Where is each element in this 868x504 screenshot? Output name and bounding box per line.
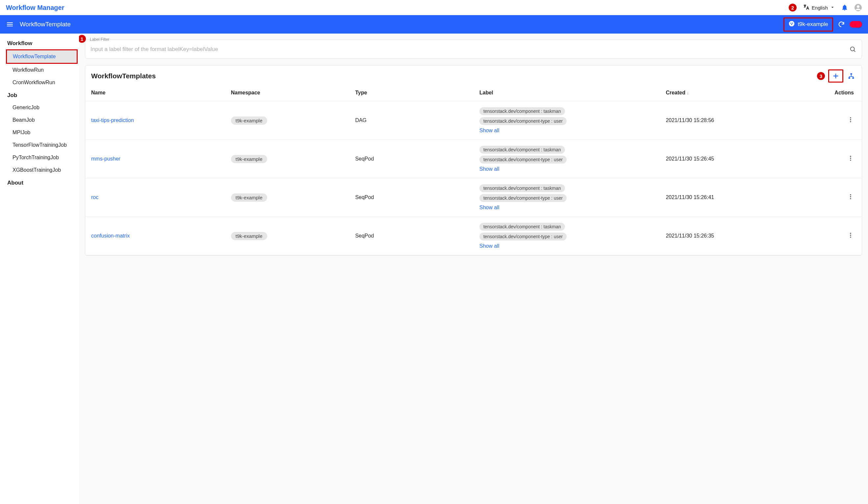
svg-point-11 <box>850 119 851 120</box>
table-title: WorkflowTemplates <box>91 72 156 80</box>
svg-point-5 <box>791 24 792 25</box>
show-all-link[interactable]: Show all <box>479 166 654 172</box>
table-row: confusion-matrixt9k-exampleSeqPodtensors… <box>85 217 862 255</box>
chevron-down-icon <box>830 4 835 11</box>
app-title[interactable]: Workflow Manager <box>6 4 64 11</box>
svg-point-18 <box>850 198 851 199</box>
table-header: WorkflowTemplates 3 <box>85 65 862 84</box>
more-icon[interactable] <box>847 195 854 201</box>
sidebar-item-beamjob[interactable]: BeamJob <box>0 114 79 126</box>
label-filter-input[interactable] <box>91 46 849 53</box>
sidebar-item-pytorchtrainingjob[interactable]: PyTorchTrainingJob <box>0 151 79 164</box>
col-actions: Actions <box>799 84 862 101</box>
svg-rect-8 <box>849 77 850 79</box>
type-cell: DAG <box>349 101 474 140</box>
sidebar-section-title: Job <box>0 89 79 101</box>
sidebar-item-workflowrun[interactable]: WorkflowRun <box>0 64 79 76</box>
svg-point-1 <box>857 5 859 8</box>
language-label: English <box>812 5 828 11</box>
sidebar-item-tensorflowtrainingjob[interactable]: TensorFlowTrainingJob <box>0 139 79 151</box>
svg-point-14 <box>850 157 851 158</box>
tree-view-button[interactable] <box>847 71 856 81</box>
template-name-link[interactable]: confusion-matrix <box>91 233 130 238</box>
svg-point-17 <box>850 196 851 197</box>
svg-rect-9 <box>852 77 854 79</box>
col-type[interactable]: Type <box>349 84 474 101</box>
table-row: taxi-tips-predictiont9k-exampleDAGtensor… <box>85 101 862 140</box>
workflow-templates-table: Name Namespace Type Label Created↓ Actio… <box>85 84 862 255</box>
label-chip: tensorstack.dev/component-type : user <box>479 194 567 202</box>
show-all-link[interactable]: Show all <box>479 243 654 249</box>
svg-point-6 <box>850 47 855 51</box>
table-card: WorkflowTemplates 3 Name Namespace <box>85 65 862 256</box>
template-name-link[interactable]: taxi-tips-prediction <box>91 117 134 123</box>
theme-toggle[interactable] <box>850 21 862 28</box>
namespace-chip: t9k-example <box>231 194 267 202</box>
more-icon[interactable] <box>847 157 854 163</box>
table-header-row: Name Namespace Type Label Created↓ Actio… <box>85 84 862 101</box>
svg-point-15 <box>850 160 851 161</box>
label-chip: tensorstack.dev/component-type : user <box>479 117 567 125</box>
svg-point-4 <box>792 22 793 23</box>
created-cell: 2021/11/30 15:26:41 <box>660 178 799 217</box>
add-button[interactable] <box>828 69 843 83</box>
col-created[interactable]: Created↓ <box>660 84 799 101</box>
created-cell: 2021/11/30 15:26:45 <box>660 140 799 178</box>
topbar-right: 2 English <box>789 4 862 12</box>
type-cell: SeqPod <box>349 140 474 178</box>
menu-icon[interactable] <box>6 20 14 28</box>
svg-point-20 <box>850 235 851 236</box>
project-selector[interactable]: t9k-example <box>783 18 833 32</box>
col-label[interactable]: Label <box>474 84 660 101</box>
sidebar-section-title[interactable]: About <box>0 176 79 189</box>
namespace-chip: t9k-example <box>231 155 267 163</box>
svg-point-10 <box>850 117 851 119</box>
svg-point-3 <box>790 22 791 23</box>
template-name-link[interactable]: roc <box>91 194 99 200</box>
col-name[interactable]: Name <box>85 84 225 101</box>
col-namespace[interactable]: Namespace <box>225 84 349 101</box>
label-cell: tensorstack.dev/component : taskmantenso… <box>474 140 660 178</box>
sort-desc-icon: ↓ <box>687 90 689 95</box>
sidebar-item-xgboosttrainingjob[interactable]: XGBoostTrainingJob <box>0 164 79 176</box>
svg-point-16 <box>850 194 851 195</box>
translate-icon <box>803 4 810 12</box>
show-all-link[interactable]: Show all <box>479 128 654 134</box>
label-chip: tensorstack.dev/component-type : user <box>479 233 567 240</box>
more-icon[interactable] <box>847 119 854 124</box>
svg-rect-7 <box>850 73 852 75</box>
type-cell: SeqPod <box>349 178 474 217</box>
svg-point-2 <box>789 21 795 26</box>
label-chip: tensorstack.dev/component : taskman <box>479 107 565 115</box>
language-selector[interactable]: English <box>803 4 835 12</box>
filter-label: Label Filter <box>89 37 110 42</box>
svg-point-21 <box>850 237 851 237</box>
app-bar-right: t9k-example <box>783 18 862 32</box>
template-name-link[interactable]: mms-pusher <box>91 156 121 162</box>
table-row: roct9k-exampleSeqPodtensorstack.dev/comp… <box>85 178 862 217</box>
type-cell: SeqPod <box>349 217 474 255</box>
search-icon[interactable] <box>849 46 857 53</box>
notifications-icon[interactable] <box>841 4 848 11</box>
label-chip: tensorstack.dev/component : taskman <box>479 184 565 192</box>
sidebar-item-cronworkflowrun[interactable]: CronWorkflowRun <box>0 76 79 89</box>
sidebar-item-mpijob[interactable]: MPIJob <box>0 126 79 139</box>
sidebar-item-workflowtemplate[interactable]: WorkflowTemplate <box>7 50 77 63</box>
account-icon[interactable] <box>854 4 862 11</box>
main: WorkflowWorkflowTemplateWorkflowRunCronW… <box>0 33 868 504</box>
project-icon <box>788 20 795 29</box>
table-row: mms-pushert9k-exampleSeqPodtensorstack.d… <box>85 140 862 178</box>
created-cell: 2021/11/30 15:26:35 <box>660 217 799 255</box>
namespace-chip: t9k-example <box>231 116 267 125</box>
label-cell: tensorstack.dev/component : taskmantenso… <box>474 101 660 140</box>
refresh-icon[interactable] <box>838 21 845 28</box>
show-all-link[interactable]: Show all <box>479 205 654 210</box>
app-bar: WorkflowTemplate t9k-example <box>0 15 868 33</box>
content: 1 Label Filter WorkflowTemplates 3 <box>79 33 868 504</box>
sidebar: WorkflowWorkflowTemplateWorkflowRunCronW… <box>0 33 79 504</box>
more-icon[interactable] <box>847 234 854 239</box>
svg-point-12 <box>850 121 851 122</box>
callout-3: 3 <box>817 72 825 80</box>
sidebar-item-genericjob[interactable]: GenericJob <box>0 101 79 114</box>
created-cell: 2021/11/30 15:28:56 <box>660 101 799 140</box>
